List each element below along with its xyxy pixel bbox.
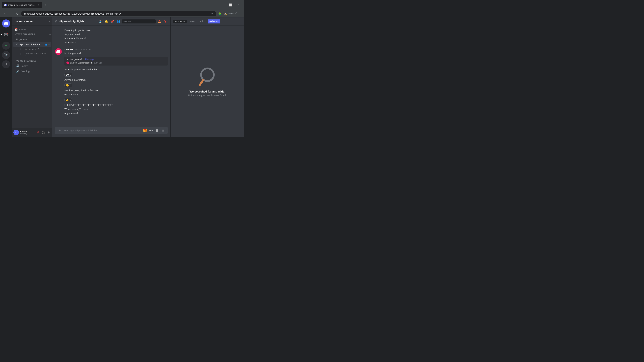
emoji-button[interactable]: ☺	[160, 128, 166, 133]
filter-old-button[interactable]: Old	[199, 19, 206, 23]
thread-for-games[interactable]: for the games?	[14, 47, 51, 51]
back-button[interactable]: ‹	[2, 11, 7, 16]
threads-button[interactable]: 🧵	[98, 19, 103, 24]
search-clear-button[interactable]: ✕	[152, 20, 154, 23]
incognito-badge: 🕵 Incognito	[223, 12, 237, 15]
thread-here-are-games[interactable]: Here are some games p...	[14, 51, 51, 57]
add-attachment-button[interactable]: +	[57, 128, 62, 133]
message-timestamp: Today at 10:25 PM	[74, 48, 91, 51]
chat-header-actions: 🧵 🔔 📌 👥 has: link ✕ 📥 ❓	[98, 19, 168, 24]
messages-container: I'm going to go live now: Anyone here? I…	[52, 25, 170, 127]
no-results-title: We searched far and wide.	[188, 90, 226, 93]
lauren-server-icon[interactable]	[2, 30, 10, 38]
discord-app: + 🔭 ⬇ Lauren's server ▾ 📅 Events ▾ TEXT …	[0, 17, 244, 137]
server-thumbnail	[2, 30, 10, 38]
active-tab[interactable]: Discord | #clips-and-highlights ✕	[2, 2, 42, 8]
new-tab-button[interactable]: +	[43, 3, 48, 7]
notifications-button[interactable]: 🔔	[104, 19, 109, 24]
close-window-button[interactable]: ✕	[234, 2, 242, 8]
mute-button[interactable]	[36, 130, 40, 135]
voice-channels-header[interactable]: ▾ VOICE CHANNELS +	[12, 59, 52, 63]
reaction-emoji: 👍	[66, 98, 69, 101]
general-hashtag-icon: #	[16, 38, 18, 41]
bookmark-button[interactable]: ☆	[209, 11, 214, 16]
thread-reply-avatar	[66, 61, 69, 64]
url-bar[interactable]: discord.com/channels/1209141686953836584…	[21, 11, 216, 16]
user-settings-button[interactable]: ⚙	[46, 130, 51, 135]
events-label: Events	[19, 28, 26, 31]
server-header[interactable]: Lauren's server ▾	[12, 17, 52, 25]
gaming-channel-item[interactable]: 🔊 Gaming	[14, 69, 51, 74]
pin-button[interactable]: 📌	[110, 19, 115, 24]
forward-button[interactable]: ›	[8, 11, 14, 16]
minimize-button[interactable]: —	[218, 2, 226, 8]
message-line: Sample games are available!	[52, 67, 170, 72]
thread-line-icon	[20, 48, 23, 50]
reaction-emoji: 😄	[66, 84, 69, 87]
filter-new-button[interactable]: New	[189, 19, 197, 23]
user-info: Lauren moodjoy777	[20, 130, 34, 135]
reaction-eyes[interactable]: 👀 1	[64, 73, 72, 77]
message-line: Is there a dispatch?	[52, 36, 170, 40]
thread-title: for the games?	[66, 58, 82, 60]
browser-menu-button[interactable]: ⋮	[238, 11, 242, 16]
search-results-header: No Results New Old Relevant	[170, 17, 244, 25]
tab-title: Discord | #clips-and-highlights	[8, 4, 36, 6]
maximize-button[interactable]: ⬜	[226, 2, 234, 8]
magnifier-svg	[196, 65, 218, 87]
add-server-button[interactable]: +	[2, 41, 10, 50]
discord-home-button[interactable]	[2, 19, 10, 27]
extensions-button[interactable]: 🧩	[218, 11, 222, 16]
thread-link[interactable]: 1 Message ›	[83, 58, 96, 60]
general-channel-name: general	[19, 38, 50, 41]
filter-relevant-button[interactable]: Relevant	[208, 19, 220, 23]
download-apps-button[interactable]: ⬇	[2, 60, 10, 68]
text-channels-header[interactable]: ▾ TEXT CHANNELS +	[12, 32, 52, 36]
search-bar[interactable]: has: link ✕	[122, 19, 156, 23]
members-button[interactable]: 👥	[116, 19, 121, 24]
message-line: I'm going to go live now:	[52, 28, 170, 32]
search-results-content: We searched far and wide. Unfortunately,…	[170, 25, 244, 137]
help-button[interactable]: ❓	[163, 19, 168, 24]
add-voice-channel-button[interactable]: +	[49, 59, 51, 62]
message-line: Who's joining? (edited)	[52, 107, 170, 111]
reload-button[interactable]: ↻	[15, 11, 20, 16]
gift-button[interactable]: 🎁	[142, 128, 148, 133]
server-dropdown-icon: ▾	[48, 20, 50, 23]
apps-button[interactable]: ⊞	[154, 128, 160, 133]
text-channels-chevron: ▾	[15, 33, 16, 35]
message-header: Lauren Today at 10:25 PM	[64, 48, 168, 51]
user-avatar: L	[14, 130, 19, 135]
voice-channels-label: VOICE CHANNELS	[16, 60, 36, 62]
tab-close-button[interactable]: ✕	[37, 3, 40, 6]
search-query: has: link	[124, 20, 150, 23]
thread-for-games-name: for the games?	[25, 48, 40, 50]
general-channel-item[interactable]: # general	[14, 37, 51, 42]
main-content: # clips-and-highlights 🧵 🔔 📌 👥 has: link…	[52, 17, 170, 137]
window-controls: — ⬜ ✕	[218, 2, 242, 8]
explore-servers-button[interactable]: 🔭	[2, 51, 10, 59]
reactions-row: 😄 1	[52, 83, 170, 88]
message-line: Anyone interested?	[52, 78, 170, 82]
reactions-row: 👀 1	[52, 72, 170, 77]
message-input-field[interactable]	[62, 127, 142, 134]
search-results-panel: No Results New Old Relevant We searched …	[170, 17, 244, 137]
clips-channel-item[interactable]: # clips-and-highlights 👥 ⚙	[14, 42, 51, 47]
events-item[interactable]: 📅 Events	[12, 27, 52, 32]
gif-button[interactable]: GIF	[148, 128, 154, 133]
tab-bar: Discord | #clips-and-highlights ✕ +	[2, 2, 217, 8]
lobby-channel-item[interactable]: 🔊 Lobby	[14, 63, 51, 68]
headphones-button[interactable]: 🎧	[41, 130, 46, 135]
reactions-row: 👍 1	[52, 97, 170, 102]
reaction-thumbsup[interactable]: 👍 1	[64, 98, 72, 102]
add-text-channel-button[interactable]: +	[49, 33, 51, 36]
no-results-text: We searched far and wide. Unfortunately,…	[188, 90, 226, 97]
url-icons: ☆	[209, 11, 214, 16]
reaction-count: 1	[70, 98, 70, 101]
reaction-smile[interactable]: 😄 1	[64, 83, 72, 87]
message-text: for the games?	[64, 51, 168, 55]
message-edited-label: (edited)	[82, 108, 88, 110]
inbox-button[interactable]: 📥	[157, 19, 162, 24]
no-results-illustration	[196, 65, 218, 87]
browser-right-icons: 🧩 🕵 Incognito ⋮	[218, 11, 242, 16]
